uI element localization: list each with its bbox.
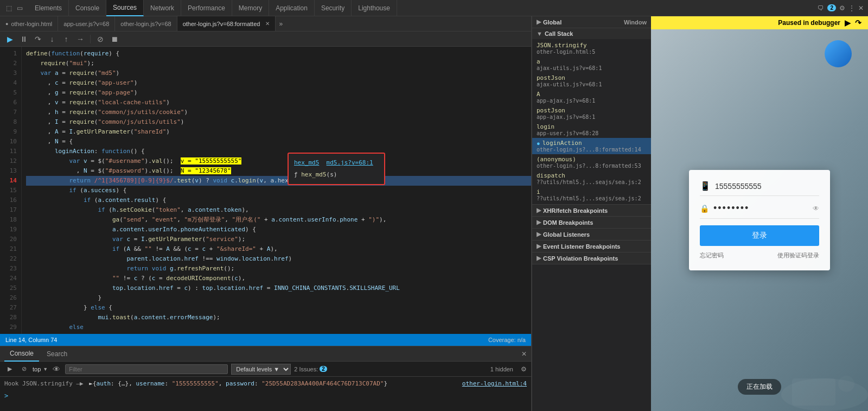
eye-icon[interactable]: 👁 <box>813 205 819 212</box>
phone-icon: 📱 <box>700 181 711 191</box>
bottom-toolbar: ▶ ⊘ top ▼ 👁 Default levels ▼ 2 Issues: 2… <box>0 362 531 377</box>
tab-lighthouse[interactable]: Lighthouse <box>352 0 397 16</box>
code-line-16: if (a.content.result) { <box>26 195 531 205</box>
devtools-toolbar: ⬚ ▭ Elements Console Sources Network Per… <box>0 0 868 16</box>
stack-item-8[interactable]: dispatch ??utils/html5.j...seajs/sea.js:… <box>532 170 651 187</box>
stack-item-9[interactable]: i ??utils/html5.j...seajs/sea.js:2 <box>532 187 651 203</box>
resume-btn[interactable]: ▶ <box>4 35 15 43</box>
file-tabs: ● other-login.html app-user.js?v=68 othe… <box>0 16 531 31</box>
scope-header[interactable]: ▶ Global Window <box>532 16 651 28</box>
file-tab-2[interactable]: other-login.js?v=68 <box>115 16 177 31</box>
code-content[interactable]: define(function(require) { require("mui"… <box>22 47 531 334</box>
tab-network[interactable]: Network <box>144 0 181 16</box>
step-preview-btn[interactable]: ↷ <box>855 18 861 27</box>
password-field: 🔒 •••••••• 👁 <box>700 203 819 219</box>
bottom-tab-console[interactable]: Console <box>4 346 39 362</box>
close-icon[interactable]: ✕ <box>858 4 864 12</box>
hidden-count: 1 hidden <box>490 366 513 372</box>
console-log-line: Hook JSON.stringify —▶ ►{auth: {…}, user… <box>4 379 527 389</box>
stack-item-2[interactable]: postJson ajax-utils.js?v=68:1 <box>532 73 651 89</box>
bottom-close-icon[interactable]: ✕ <box>521 350 527 358</box>
tab-memory[interactable]: Memory <box>232 0 269 16</box>
step-into-btn[interactable]: ↓ <box>47 35 58 43</box>
console-filter-input[interactable] <box>65 364 228 374</box>
global-arrow: ▶ <box>537 231 541 238</box>
csp-section: ▶ CSP Violation Breakpoints <box>532 252 651 264</box>
main-layout: ● other-login.html app-user.js?v=68 othe… <box>0 16 868 411</box>
pause-btn[interactable]: ⏸ <box>18 35 29 43</box>
tab-sources[interactable]: Sources <box>106 0 144 16</box>
more-icon[interactable]: ⋮ <box>848 4 855 12</box>
stack-item-7[interactable]: (anonymous) other-login.js?...8:formatte… <box>532 154 651 170</box>
stack-item-0[interactable]: JSON.stringify other-login.html:5 <box>532 40 651 56</box>
global-listeners-header[interactable]: ▶ Global Listeners <box>532 229 651 240</box>
password-dots: •••••••• <box>713 203 749 214</box>
bottom-tab-search[interactable]: Search <box>41 346 73 362</box>
file-tab-0[interactable]: ● other-login.html <box>0 16 58 31</box>
code-line-30: mui.toast(a.message) <box>26 332 531 334</box>
tabs-overflow[interactable]: » <box>276 16 286 31</box>
resume-preview-btn[interactable]: ▶ <box>845 18 851 27</box>
context-dropdown-icon[interactable]: ▼ <box>43 366 48 372</box>
console-run-icon[interactable]: ▶ <box>4 365 15 372</box>
code-line-7: , h = require("common/js/utils/cookie") <box>26 108 531 117</box>
loading-overlay: 正在加载 <box>738 379 781 395</box>
step-over-btn[interactable]: ↷ <box>33 35 43 43</box>
toolbar-right: 🗨 2 ⚙ ⋮ ✕ <box>813 4 868 12</box>
code-line-23: return void g.refreshParent(); <box>26 264 531 274</box>
console-settings-icon[interactable]: ⚙ <box>521 365 527 373</box>
xhr-breakpoints-section: ▶ XHR/fetch Breakpoints <box>532 205 651 217</box>
stack-item-3[interactable]: A app-ajax.js?v=68:1 <box>532 89 651 105</box>
scope-arrow: ▶ <box>537 18 541 26</box>
sms-login-link[interactable]: 使用验证码登录 <box>777 251 819 260</box>
tooltip-link[interactable]: md5.js?v=68:1 <box>327 159 373 166</box>
device-icon[interactable]: ▭ <box>15 4 24 12</box>
paused-banner: Paused in debugger ▶ ↷ <box>651 16 868 29</box>
code-line-25: top.location.href = c) : top.location.hr… <box>26 283 531 293</box>
issues-icon[interactable]: 🗨 <box>818 4 824 12</box>
csp-header[interactable]: ▶ CSP Violation Breakpoints <box>532 252 651 264</box>
file-tab-3[interactable]: other-login.js?v=68:formatted ✕ <box>177 16 276 31</box>
tab-security[interactable]: Security <box>315 0 352 16</box>
code-line-15: if (a.success) { <box>26 186 531 195</box>
preview-content: 📱 15555555555 🔒 •••••••• 👁 登录 忘记密码 使用验证码… <box>651 29 868 411</box>
file-tab-close-3[interactable]: ✕ <box>265 21 270 27</box>
settings-icon[interactable]: ⚙ <box>839 4 845 12</box>
pause-exceptions-btn[interactable]: ⏹ <box>109 35 120 43</box>
cursor-position: Line 14, Column 74 <box>5 337 57 343</box>
event-listener-header[interactable]: ▶ Event Listener Breakpoints <box>532 241 651 252</box>
levels-select[interactable]: Default levels ▼ <box>231 364 291 375</box>
tooltip-fn: ƒ hex_md5(s) <box>294 170 379 180</box>
tab-elements[interactable]: Elements <box>28 0 69 16</box>
code-line-18: ga("send", "event", "m万创帮登录", "用户名(" + a… <box>26 215 531 225</box>
step-btn[interactable]: → <box>75 35 86 43</box>
file-tab-1[interactable]: app-user.js?v=68 <box>58 16 115 31</box>
tab-performance[interactable]: Performance <box>181 0 232 16</box>
code-line-2: require("mui"); <box>26 59 531 68</box>
svg-point-2 <box>838 376 854 392</box>
tab-application[interactable]: Application <box>269 0 315 16</box>
stack-item-6[interactable]: ● loginAction other-login.js?...8:format… <box>532 138 651 154</box>
code-line-29: else <box>26 323 531 332</box>
inspect-icon[interactable]: ⬚ <box>4 4 13 12</box>
console-source-link[interactable]: other-login.html:4 <box>462 379 527 389</box>
dom-breakpoints-header[interactable]: ▶ DOM Breakpoints <box>532 217 651 228</box>
callstack-header[interactable]: ▼ Call Stack <box>532 28 651 39</box>
login-button[interactable]: 登录 <box>700 225 819 246</box>
xhr-breakpoints-header[interactable]: ▶ XHR/fetch Breakpoints <box>532 205 651 216</box>
stack-item-1[interactable]: a ajax-utils.js?v=68:1 <box>532 56 651 73</box>
console-prompt-line[interactable]: > <box>4 391 527 401</box>
step-out-btn[interactable]: ↑ <box>61 35 72 43</box>
forgot-link[interactable]: 忘记密码 <box>700 251 724 260</box>
console-block-icon[interactable]: ⊘ <box>18 365 29 372</box>
debug-bar: ▶ ⏸ ↷ ↓ ↑ → ⊘ ⏹ <box>0 31 531 47</box>
console-eye-icon[interactable]: 👁 <box>51 365 62 374</box>
tab-console[interactable]: Console <box>69 0 106 16</box>
deactivate-btn[interactable]: ⊘ <box>95 35 106 43</box>
stack-item-5[interactable]: login app-user.js?v=68:28 <box>532 122 651 138</box>
issues-count: 2 <box>320 366 327 372</box>
stack-item-4[interactable]: postJson app-ajax.js?v=68:1 <box>532 105 651 122</box>
bg-decoration <box>760 346 868 411</box>
bottom-panel: Console Search ✕ ▶ ⊘ top ▼ 👁 Default lev… <box>0 346 531 411</box>
event-listener-section: ▶ Event Listener Breakpoints <box>532 241 651 252</box>
